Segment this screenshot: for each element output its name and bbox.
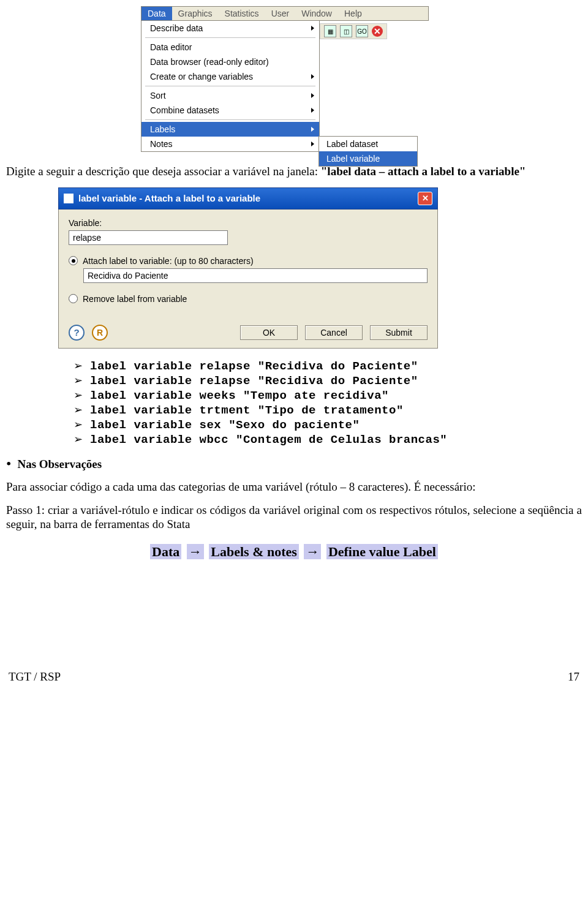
- dialog-title: label variable - Attach a label to a var…: [78, 193, 413, 203]
- chevron-right-icon: [311, 26, 314, 31]
- toolbar: ▦ ◫ GO ✕: [320, 23, 387, 39]
- radio-remove-text: Remove label from variable: [83, 294, 187, 304]
- data-dropdown: Describe data Data editor Data browser (…: [141, 21, 320, 152]
- menu-separator: [145, 37, 315, 38]
- command-line: ➢label variable relapse "Recidiva do Pac…: [74, 374, 582, 388]
- command-line: ➢label variable sex "Sexo do paciente": [74, 418, 582, 432]
- ok-button[interactable]: OK: [240, 325, 298, 340]
- menu-describe-data[interactable]: Describe data: [141, 21, 319, 36]
- menu-data-editor[interactable]: Data editor: [141, 40, 319, 55]
- bullet-icon: •: [6, 458, 11, 471]
- menu-path: Data → Labels & notes → Define value Lab…: [6, 544, 582, 560]
- menu-data[interactable]: Data: [141, 7, 172, 20]
- command-text: label variable trtment "Tipo de tratamen…: [90, 404, 404, 417]
- menu-data-browser[interactable]: Data browser (read-only editor): [141, 55, 319, 69]
- command-text: label variable weeks "Tempo ate recidiva…: [90, 389, 389, 402]
- chevron-right-icon: [311, 108, 314, 113]
- paragraph-associate-code: Para associar código a cada uma das cate…: [6, 480, 582, 494]
- submit-button[interactable]: Submit: [370, 325, 428, 340]
- variable-input[interactable]: [69, 230, 228, 245]
- menupath-data: Data: [150, 544, 181, 559]
- menubar: Data Graphics Statistics User Window Hel…: [141, 6, 429, 21]
- command-line: ➢label variable relapse "Recidiva do Pac…: [74, 360, 582, 373]
- command-text: label variable wbcc "Contagem de Celulas…: [90, 433, 447, 447]
- menu-sort[interactable]: Sort: [141, 88, 319, 103]
- observations-heading-text: Nas Observações: [17, 458, 102, 471]
- menu-notes[interactable]: Notes: [141, 137, 319, 151]
- command-line: ➢label variable trtment "Tipo de tratame…: [74, 404, 582, 417]
- submenu-label-variable[interactable]: Label variable: [319, 151, 417, 166]
- menu-window[interactable]: Window: [295, 7, 338, 20]
- radio-remove-label[interactable]: [69, 294, 78, 303]
- intro-window-name: "label data – attach a label to a variab…: [321, 165, 526, 178]
- label-variable-dialog: label variable - Attach a label to a var…: [58, 187, 438, 349]
- arrow-icon: →: [304, 544, 321, 559]
- command-list: ➢label variable relapse "Recidiva do Pac…: [74, 360, 582, 447]
- intro-paragraph: Digite a seguir a descrição que deseja a…: [6, 164, 582, 179]
- help-icon[interactable]: ?: [69, 325, 85, 341]
- page-footer: TGT / RSP 17: [6, 670, 582, 684]
- chevron-icon: ➢: [74, 360, 83, 373]
- close-icon[interactable]: ✕: [418, 192, 432, 205]
- toolbar-icon-2[interactable]: ◫: [340, 25, 352, 37]
- paragraph-passo1: Passo 1: criar a variável-rótulo e indic…: [6, 503, 582, 532]
- command-line: ➢label variable wbcc "Contagem de Celula…: [74, 433, 582, 447]
- menu-help[interactable]: Help: [338, 7, 368, 20]
- toolbar-stop-icon[interactable]: ✕: [372, 26, 383, 37]
- reset-icon[interactable]: R: [92, 325, 108, 341]
- menu-separator: [145, 86, 315, 86]
- command-text: label variable sex "Sexo do paciente": [90, 418, 360, 432]
- stata-menu-screenshot: Data Graphics Statistics User Window Hel…: [141, 6, 429, 152]
- menu-create-change-vars[interactable]: Create or change variables: [141, 69, 319, 84]
- cancel-button[interactable]: Cancel: [305, 325, 363, 340]
- observations-heading: • Nas Observações: [6, 458, 582, 471]
- labels-submenu: Label dataset Label variable: [318, 136, 418, 167]
- chevron-right-icon: [311, 93, 314, 98]
- command-text: label variable relapse "Recidiva do Paci…: [90, 360, 418, 373]
- menu-labels[interactable]: Labels: [141, 122, 319, 137]
- submenu-label-dataset[interactable]: Label dataset: [319, 137, 417, 151]
- menu-graphics[interactable]: Graphics: [172, 7, 219, 20]
- variable-label: Variable:: [69, 218, 428, 228]
- chevron-icon: ➢: [74, 433, 83, 447]
- footer-page-number: 17: [568, 670, 579, 684]
- toolbar-icon-1[interactable]: ▦: [324, 25, 336, 37]
- toolbar-go-icon[interactable]: GO: [356, 25, 368, 37]
- chevron-icon: ➢: [74, 418, 83, 432]
- chevron-right-icon: [311, 74, 314, 79]
- window-icon: [64, 194, 74, 203]
- chevron-right-icon: [311, 127, 314, 132]
- footer-left: TGT / RSP: [9, 670, 61, 684]
- chevron-right-icon: [311, 142, 314, 146]
- menu-separator: [145, 119, 315, 120]
- intro-text: Digite a seguir a descrição que deseja a…: [6, 165, 318, 178]
- menupath-labels-notes: Labels & notes: [209, 544, 299, 559]
- chevron-icon: ➢: [74, 374, 83, 388]
- radio-attach-label[interactable]: [69, 256, 78, 265]
- chevron-icon: ➢: [74, 404, 83, 417]
- menupath-define-value-label: Define value Label: [326, 544, 438, 559]
- menu-combine-datasets[interactable]: Combine datasets: [141, 103, 319, 118]
- menu-statistics[interactable]: Statistics: [219, 7, 265, 20]
- dialog-titlebar: label variable - Attach a label to a var…: [58, 187, 438, 209]
- command-line: ➢label variable weeks "Tempo ate recidiv…: [74, 389, 582, 402]
- radio-attach-text: Attach label to variable: (up to 80 char…: [83, 256, 254, 266]
- label-text-input[interactable]: [83, 268, 428, 283]
- menu-user[interactable]: User: [265, 7, 296, 20]
- chevron-icon: ➢: [74, 389, 83, 402]
- command-text: label variable relapse "Recidiva do Paci…: [90, 374, 418, 388]
- arrow-icon: →: [187, 544, 204, 559]
